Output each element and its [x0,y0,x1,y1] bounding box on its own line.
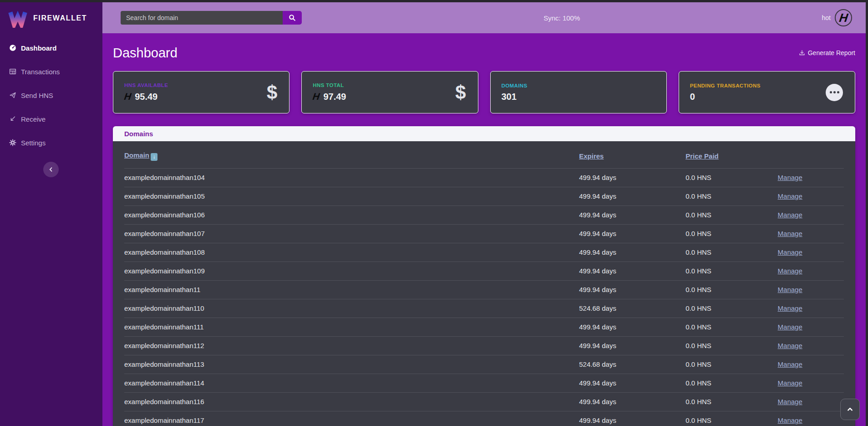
main-content: Dashboard Generate Report HNS AVAILABLE … [102,33,866,426]
handshake-avatar-icon: H [835,9,852,26]
expires-value: 499.94 days [579,416,616,424]
sidebar: FIREWALLET Dashboard Transactions Send H… [0,2,102,426]
topbar: Sync: 100% hot H [102,2,866,33]
expires-value: 499.94 days [579,230,616,237]
domain-name: exampledomainnathan117 [124,416,204,424]
domain-name: exampledomainnathan104 [124,174,205,181]
domain-name: exampledomainnathan109 [124,267,205,275]
sidebar-item-label: Settings [21,139,46,147]
domain-name: exampledomainnathan113 [124,360,204,368]
brand-name: FIREWALLET [33,14,87,22]
sidebar-item-transactions[interactable]: Transactions [0,60,102,83]
expires-value: 499.94 days [579,174,616,181]
domains-panel: Domains Domain↓ Expires Price Paid [113,126,855,426]
manage-link[interactable]: Manage [778,211,802,219]
table-row: exampledomainnathan113 524.68 days 0.0 H… [124,355,844,374]
table-row: exampledomainnathan109 499.94 days 0.0 H… [124,262,844,280]
table-row: exampledomainnathan11 499.94 days 0.0 HN… [124,280,844,299]
search-icon [289,14,296,21]
price-paid-value: 0.0 HNS [685,304,711,312]
firewallet-logo-icon [8,9,28,28]
domains-table: Domain↓ Expires Price Paid exampledomain… [124,141,844,426]
stat-label: DOMAINS [502,83,655,88]
sidebar-item-label: Send HNS [21,92,53,99]
sidebar-item-dashboard[interactable]: Dashboard [0,36,102,60]
stat-value: 0 [690,92,695,102]
window-right-edge [866,0,868,426]
price-paid-value: 0.0 HNS [685,342,711,349]
manage-link[interactable]: Manage [778,323,802,331]
domain-name: exampledomainnathan11 [124,286,200,293]
manage-link[interactable]: Manage [778,342,802,349]
domain-name: exampledomainnathan107 [124,230,205,237]
manage-link[interactable]: Manage [778,248,802,256]
generate-report-label: Generate Report [808,49,855,56]
price-paid-value: 0.0 HNS [685,230,711,237]
domain-name: exampledomainnathan106 [124,211,205,219]
domain-name: exampledomainnathan111 [124,323,204,331]
sidebar-item-label: Dashboard [21,44,56,52]
column-header-price-paid[interactable]: Price Paid [685,152,719,160]
manage-link[interactable]: Manage [778,174,802,181]
search-button[interactable] [283,11,302,25]
account-menu[interactable]: hot H [822,9,852,26]
scroll-to-top-button[interactable] [840,399,860,420]
table-row: exampledomainnathan111 499.94 days 0.0 H… [124,318,844,336]
sidebar-item-send-hns[interactable]: Send HNS [0,83,102,107]
table-row: exampledomainnathan107 499.94 days 0.0 H… [124,224,844,243]
expires-value: 499.94 days [579,248,616,256]
price-paid-value: 0.0 HNS [685,323,711,331]
search-input[interactable] [121,11,283,25]
sidebar-item-receive[interactable]: Receive [0,107,102,131]
panel-title: Domains [124,130,153,138]
price-paid-value: 0.0 HNS [685,398,711,405]
expires-value: 499.94 days [579,267,616,275]
expires-value: 499.94 days [579,323,616,331]
price-paid-value: 0.0 HNS [685,267,711,275]
stat-card-pending-transactions: PENDING TRANSACTIONS 0 [679,71,855,113]
table-row: exampledomainnathan110 524.68 days 0.0 H… [124,299,844,318]
chevron-up-icon [847,406,853,413]
generate-report-button[interactable]: Generate Report [799,49,855,56]
stat-label: HNS TOTAL [313,82,455,88]
stat-card-hns-available: HNS AVAILABLE H 95.49 $ [113,71,289,113]
manage-link[interactable]: Manage [778,304,802,312]
table-row: exampledomainnathan104 499.94 days 0.0 H… [124,168,844,187]
sidebar-nav: Dashboard Transactions Send HNS Receive [0,36,102,154]
column-header-expires[interactable]: Expires [579,152,604,160]
column-header-domain[interactable]: Domain [124,151,149,159]
price-paid-value: 0.0 HNS [685,248,711,256]
manage-link[interactable]: Manage [778,379,802,387]
stat-value: 97.49 [323,92,346,102]
sync-status: Sync: 100% [543,14,580,22]
domain-name: exampledomainnathan108 [124,248,205,256]
send-icon [9,92,16,99]
price-paid-value: 0.0 HNS [685,174,711,181]
page-title: Dashboard [113,46,178,61]
table-icon [9,68,16,76]
sidebar-collapse-button[interactable] [43,162,59,177]
sidebar-item-settings[interactable]: Settings [0,131,102,154]
window-top-edge [0,0,868,2]
manage-link[interactable]: Manage [778,267,802,275]
manage-link[interactable]: Manage [778,192,802,200]
brand[interactable]: FIREWALLET [0,2,102,34]
manage-link[interactable]: Manage [778,230,802,237]
table-row: exampledomainnathan114 499.94 days 0.0 H… [124,374,844,392]
domain-name: exampledomainnathan112 [124,342,204,349]
stat-cards: HNS AVAILABLE H 95.49 $ HNS TOTAL H 97.4… [113,71,855,113]
stat-value: 301 [502,92,517,102]
domain-name: exampledomainnathan105 [124,192,205,200]
manage-link[interactable]: Manage [778,286,802,293]
table-row: exampledomainnathan117 499.94 days 0.0 H… [124,411,844,426]
domains-table-body: exampledomainnathan104 499.94 days 0.0 H… [124,168,844,426]
price-paid-value: 0.0 HNS [685,360,711,368]
expires-value: 499.94 days [579,398,616,405]
manage-link[interactable]: Manage [778,360,802,368]
tachometer-icon [9,44,16,52]
stat-label: PENDING TRANSACTIONS [690,83,826,88]
manage-link[interactable]: Manage [778,416,802,424]
expires-value: 499.94 days [579,211,616,219]
manage-link[interactable]: Manage [778,398,802,405]
domain-name: exampledomainnathan114 [124,379,204,387]
